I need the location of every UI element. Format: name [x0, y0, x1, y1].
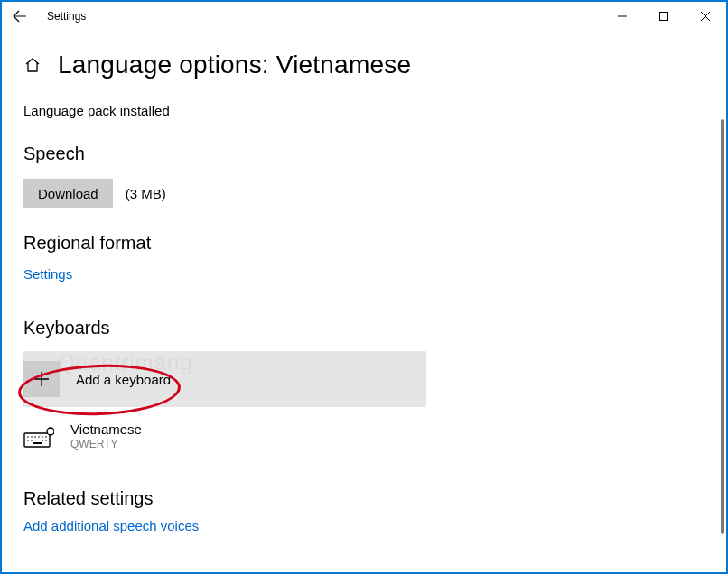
back-button[interactable] — [2, 2, 38, 31]
svg-point-9 — [31, 440, 33, 441]
svg-point-13 — [47, 428, 54, 435]
speech-heading: Speech — [23, 144, 705, 164]
minimize-button[interactable] — [602, 2, 643, 31]
keyboard-item[interactable]: Vietnamese QWERTY — [23, 421, 705, 450]
keyboard-name: Vietnamese — [70, 421, 142, 438]
svg-point-7 — [45, 436, 47, 438]
svg-point-3 — [31, 436, 33, 438]
page-header: Language options: Vietnamese — [23, 51, 705, 79]
svg-point-10 — [42, 440, 43, 441]
home-icon — [24, 57, 41, 73]
home-button[interactable] — [23, 56, 42, 74]
page-title: Language options: Vietnamese — [58, 51, 411, 79]
minimize-icon — [618, 12, 627, 21]
window-controls — [602, 2, 726, 31]
back-arrow-icon — [13, 9, 27, 23]
plus-icon — [33, 371, 50, 387]
keyboard-text: Vietnamese QWERTY — [70, 421, 142, 450]
scrollbar[interactable] — [721, 119, 724, 534]
close-icon — [701, 12, 710, 21]
svg-rect-12 — [33, 442, 42, 444]
keyboard-icon — [23, 424, 54, 448]
svg-rect-0 — [660, 13, 668, 21]
add-keyboard-button[interactable]: Add a keyboard — [23, 351, 426, 407]
add-keyboard-label: Add a keyboard — [76, 372, 171, 387]
maximize-icon — [659, 12, 668, 21]
related-link[interactable]: Add additional speech voices — [23, 518, 199, 533]
speech-download-row: Download (3 MB) — [23, 179, 705, 208]
svg-point-4 — [34, 436, 36, 438]
svg-point-2 — [27, 436, 29, 438]
keyboard-layout: QWERTY — [70, 438, 142, 450]
titlebar: Settings — [2, 2, 726, 31]
svg-point-11 — [45, 440, 47, 441]
keyboards-heading: Keyboards — [23, 318, 705, 338]
plus-box — [23, 361, 60, 397]
download-button[interactable]: Download — [23, 179, 113, 208]
language-pack-status: Language pack installed — [23, 103, 705, 118]
window-title: Settings — [47, 10, 602, 23]
regional-settings-link[interactable]: Settings — [23, 266, 72, 282]
regional-heading: Regional format — [23, 233, 705, 254]
svg-point-6 — [42, 436, 43, 438]
close-button[interactable] — [685, 2, 726, 31]
download-size: (3 MB) — [126, 186, 166, 201]
svg-point-5 — [38, 436, 40, 438]
svg-point-8 — [27, 440, 29, 441]
content-area: Language options: Vietnamese Language pa… — [2, 31, 726, 572]
maximize-button[interactable] — [643, 2, 685, 31]
related-heading: Related settings — [23, 488, 705, 509]
